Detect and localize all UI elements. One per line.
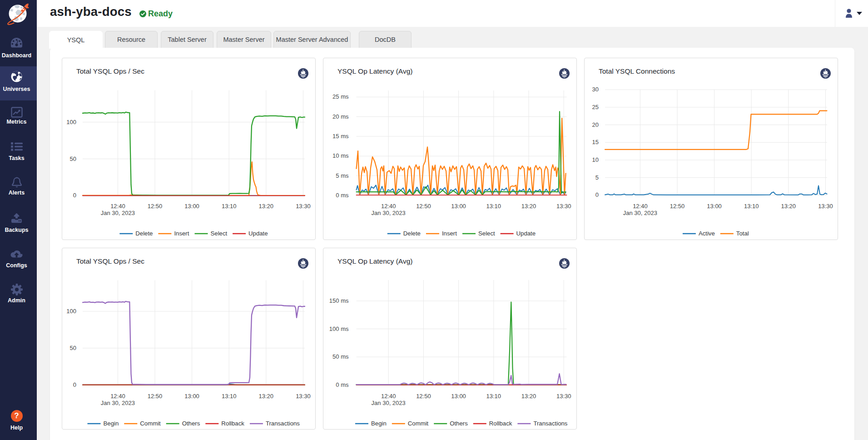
svg-text:5: 5 xyxy=(595,174,599,181)
svg-text:10: 10 xyxy=(592,156,599,163)
svg-text:13:10: 13:10 xyxy=(486,203,501,210)
svg-text:10 ms: 10 ms xyxy=(332,152,349,159)
svg-text:13:10: 13:10 xyxy=(222,203,237,210)
svg-text:12:40: 12:40 xyxy=(381,203,396,210)
svg-text:13:00: 13:00 xyxy=(184,203,199,210)
svg-text:0 ms: 0 ms xyxy=(336,192,349,199)
svg-text:13:20: 13:20 xyxy=(259,203,274,210)
svg-text:12:50: 12:50 xyxy=(148,203,163,210)
svg-text:5 ms: 5 ms xyxy=(336,172,349,179)
svg-text:Delete: Delete xyxy=(135,230,153,237)
svg-text:Total: Total xyxy=(736,230,749,237)
svg-text:Rollback: Rollback xyxy=(489,420,512,427)
svg-text:13:00: 13:00 xyxy=(184,393,199,400)
svg-text:Transactions: Transactions xyxy=(266,420,300,427)
svg-text:12:50: 12:50 xyxy=(670,203,685,210)
svg-text:Commit: Commit xyxy=(140,420,161,427)
svg-text:Update: Update xyxy=(516,230,536,237)
svg-text:13:20: 13:20 xyxy=(521,393,536,400)
svg-text:100 ms: 100 ms xyxy=(329,325,349,332)
svg-text:50: 50 xyxy=(70,155,76,162)
svg-text:13:30: 13:30 xyxy=(296,393,311,400)
svg-text:Jan 30, 2023: Jan 30, 2023 xyxy=(372,400,406,406)
svg-text:Begin: Begin xyxy=(371,420,387,427)
svg-text:12:50: 12:50 xyxy=(416,393,431,400)
svg-text:Others: Others xyxy=(182,420,200,427)
svg-text:13:10: 13:10 xyxy=(744,203,759,210)
svg-text:Select: Select xyxy=(211,230,228,237)
svg-text:12:40: 12:40 xyxy=(633,203,648,210)
svg-text:25: 25 xyxy=(592,104,599,110)
svg-text:Insert: Insert xyxy=(442,230,457,237)
svg-text:13:30: 13:30 xyxy=(556,393,571,400)
svg-text:Update: Update xyxy=(248,230,268,237)
svg-text:13:30: 13:30 xyxy=(818,203,833,210)
svg-text:Others: Others xyxy=(450,420,468,427)
svg-text:12:40: 12:40 xyxy=(381,393,396,400)
svg-text:Rollback: Rollback xyxy=(221,420,244,427)
svg-text:100: 100 xyxy=(66,119,76,125)
svg-text:12:40: 12:40 xyxy=(110,203,125,210)
svg-text:13:20: 13:20 xyxy=(259,393,274,400)
svg-text:Jan 30, 2023: Jan 30, 2023 xyxy=(101,400,135,406)
svg-text:Select: Select xyxy=(478,230,495,237)
svg-text:13:00: 13:00 xyxy=(707,203,722,210)
svg-text:0: 0 xyxy=(73,192,76,199)
svg-text:13:10: 13:10 xyxy=(486,393,501,400)
svg-text:25 ms: 25 ms xyxy=(332,93,349,100)
svg-text:13:20: 13:20 xyxy=(781,203,796,210)
svg-text:Transactions: Transactions xyxy=(533,420,567,427)
svg-text:13:30: 13:30 xyxy=(296,203,311,210)
svg-text:12:40: 12:40 xyxy=(110,393,125,400)
svg-text:30: 30 xyxy=(592,86,599,93)
svg-text:0: 0 xyxy=(595,191,599,198)
svg-text:0 ms: 0 ms xyxy=(336,381,349,388)
svg-text:12:50: 12:50 xyxy=(148,393,163,400)
svg-text:Insert: Insert xyxy=(174,230,189,237)
svg-text:15: 15 xyxy=(592,139,599,145)
svg-text:20 ms: 20 ms xyxy=(332,113,349,120)
svg-text:150 ms: 150 ms xyxy=(329,297,349,304)
svg-text:13:00: 13:00 xyxy=(451,203,466,210)
svg-text:50 ms: 50 ms xyxy=(332,353,349,360)
svg-text:13:10: 13:10 xyxy=(222,393,237,400)
svg-text:Delete: Delete xyxy=(403,230,421,237)
svg-text:12:50: 12:50 xyxy=(416,203,431,210)
svg-text:0: 0 xyxy=(73,381,76,388)
svg-text:15 ms: 15 ms xyxy=(332,133,349,140)
svg-text:13:20: 13:20 xyxy=(521,203,536,210)
svg-text:13:30: 13:30 xyxy=(556,203,571,210)
svg-text:Begin: Begin xyxy=(104,420,119,427)
svg-text:Active: Active xyxy=(699,230,715,237)
svg-text:20: 20 xyxy=(592,121,599,128)
svg-text:100: 100 xyxy=(66,308,76,315)
svg-text:13:00: 13:00 xyxy=(451,393,466,400)
svg-text:Jan 30, 2023: Jan 30, 2023 xyxy=(101,210,135,216)
svg-text:Jan 30, 2023: Jan 30, 2023 xyxy=(623,210,657,216)
svg-text:50: 50 xyxy=(70,345,76,351)
svg-text:Jan 30, 2023: Jan 30, 2023 xyxy=(372,210,406,216)
svg-text:Commit: Commit xyxy=(408,420,429,427)
